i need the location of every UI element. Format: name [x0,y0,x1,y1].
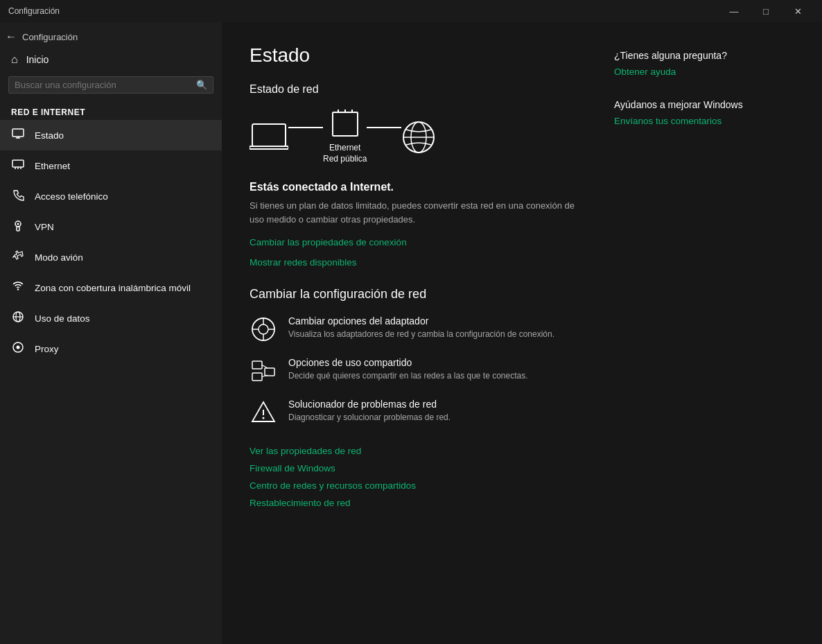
sidebar-acceso-label: Acceso telefónico [35,191,108,202]
ethernet-network-label: Ethernet Red pública [323,143,367,164]
svg-rect-18 [333,112,358,136]
sidebar-uso-datos-label: Uso de datos [35,313,90,324]
network-line-2 [367,127,401,128]
svg-rect-32 [265,368,274,376]
aside-question-section: ¿Tienes alguna pregunta? Obtener ayuda [614,50,794,77]
sidebar-item-ethernet[interactable]: Ethernet [0,150,222,181]
minimize-button[interactable]: — [718,0,750,22]
sidebar-vpn-label: VPN [35,222,54,232]
sidebar-item-zona-cobertura[interactable]: Zona con cobertura inalámbrica móvil [0,272,222,303]
router-icon-group: Ethernet Red pública [323,110,367,164]
acceso-telefonico-icon [11,189,25,204]
proxy-icon [11,341,25,356]
svg-rect-0 [12,129,24,137]
home-icon: ⌂ [11,53,18,66]
search-input[interactable] [15,80,196,90]
sidebar-estado-label: Estado [35,130,64,141]
compartido-icon [250,357,277,385]
laptop-icon-group [250,123,288,152]
search-box: 🔍 [8,76,213,94]
adaptador-icon [250,315,277,343]
sidebar: ← Configuración ⌂ Inicio 🔍 Red e Interne… [0,22,222,644]
titlebar: Configuración — □ ✕ [0,0,822,22]
svg-rect-16 [252,124,286,146]
estado-icon [11,128,25,143]
compartido-title: Opciones de uso compartido [288,357,586,368]
svg-line-34 [262,365,268,369]
back-arrow-icon: ← [6,31,17,43]
ethernet-icon [11,158,25,173]
aside-question-label: ¿Tienes alguna pregunta? [614,50,794,61]
maximize-button[interactable]: □ [750,0,782,22]
router-svg [331,110,359,139]
network-diagram: Ethernet Red pública [250,110,586,164]
network-line-1 [288,127,323,128]
aside-improve-section: Ayúdanos a mejorar Windows Envíanos tus … [614,99,794,126]
config-item-compartido[interactable]: Opciones de uso compartido Decide qué qu… [250,357,586,385]
laptop-svg [250,123,288,152]
globe-svg [401,120,436,155]
config-item-adaptador[interactable]: Cambiar opciones del adaptador Visualiza… [250,315,586,343]
sidebar-zona-label: Zona con cobertura inalámbrica móvil [35,283,191,293]
svg-rect-3 [12,160,24,167]
adaptador-text: Cambiar opciones del adaptador Visualiza… [288,315,586,340]
sidebar-proxy-label: Proxy [35,344,59,354]
link-cambiar-propiedades[interactable]: Cambiar las propiedades de conexión [250,237,586,247]
connection-desc: Si tienes un plan de datos limitado, pue… [250,199,582,226]
content-aside: ¿Tienes alguna pregunta? Obtener ayuda A… [614,44,794,622]
config-item-solucionador[interactable]: Solucionador de problemas de red Diagnos… [250,399,586,426]
solucionador-desc: Diagnosticar y solucionar problemas de r… [288,412,586,424]
sidebar-home-label: Inicio [26,54,49,65]
compartido-text: Opciones de uso compartido Decide qué qu… [288,357,586,382]
sidebar-item-acceso-telefonico[interactable]: Acceso telefónico [0,181,222,211]
adaptador-title: Cambiar opciones del adaptador [288,315,586,327]
svg-point-10 [17,288,19,290]
link-mostrar-redes[interactable]: Mostrar redes disponibles [250,257,586,268]
zona-cobertura-icon [11,280,25,295]
content-area: Estado Estado de red [222,22,822,644]
connection-status: Estás conectado a Internet. [250,181,586,193]
svg-point-15 [17,346,20,349]
sidebar-item-estado[interactable]: Estado [0,120,222,150]
modo-avion-icon [11,250,25,265]
sidebar-section-title: Red e Internet [0,102,222,120]
page-title: Estado [250,44,586,67]
close-button[interactable]: ✕ [782,0,814,22]
globe-icon-group [401,120,436,155]
config-section-title: Cambiar la configuración de red [250,287,586,302]
link-firewall[interactable]: Firewall de Windows [250,463,586,473]
svg-rect-8 [17,227,19,231]
sidebar-item-vpn[interactable]: VPN [0,211,222,242]
uso-datos-icon [11,311,25,326]
search-icon: 🔍 [196,80,207,90]
svg-rect-17 [250,146,288,149]
solucionador-text: Solucionador de problemas de red Diagnos… [288,399,586,424]
titlebar-controls: — □ ✕ [718,0,814,22]
sidebar-item-modo-avion[interactable]: Modo avión [0,242,222,272]
titlebar-title: Configuración [8,6,718,16]
aside-link-ayuda[interactable]: Obtener ayuda [614,67,794,77]
sidebar-back-button[interactable]: ← Configuración [0,28,222,46]
sidebar-modo-avion-label: Modo avión [35,252,83,263]
link-ver-propiedades-red[interactable]: Ver las propiedades de red [250,446,586,456]
link-restablecimiento[interactable]: Restablecimiento de red [250,498,586,508]
aside-link-comentarios[interactable]: Envíanos tus comentarios [614,116,794,126]
sidebar-item-uso-datos[interactable]: Uso de datos [0,303,222,333]
app-body: ← Configuración ⌂ Inicio 🔍 Red e Interne… [0,22,822,644]
svg-point-38 [263,417,265,419]
adaptador-desc: Visualiza los adaptadores de red y cambi… [288,329,586,340]
content-main: Estado Estado de red [250,44,586,622]
sidebar-app-title: Configuración [22,32,78,42]
sidebar-item-proxy[interactable]: Proxy [0,333,222,364]
svg-rect-33 [252,373,262,381]
svg-point-26 [259,324,268,334]
sidebar-item-inicio[interactable]: ⌂ Inicio [0,46,222,73]
solucionador-icon [250,399,277,426]
compartido-desc: Decide qué quieres compartir en las rede… [288,370,586,382]
link-centro-redes[interactable]: Centro de redes y recursos compartidos [250,480,586,491]
network-status-section-title: Estado de red [250,83,586,96]
sidebar-ethernet-label: Ethernet [35,161,70,171]
solucionador-title: Solucionador de problemas de red [288,399,586,410]
svg-rect-31 [252,361,262,369]
aside-improve-label: Ayúdanos a mejorar Windows [614,99,794,110]
